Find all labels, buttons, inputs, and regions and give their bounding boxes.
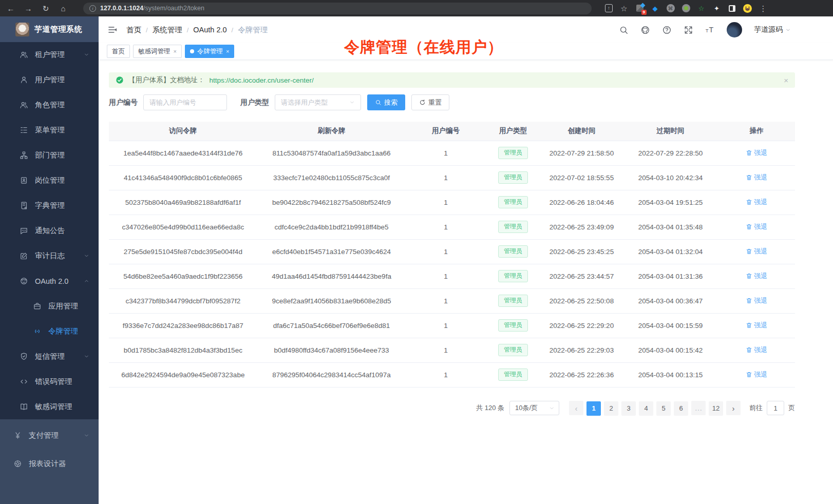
search-icon[interactable] [619, 25, 629, 35]
help-icon[interactable] [662, 25, 672, 35]
extension-record-icon[interactable] [681, 4, 690, 13]
list-tree-icon [20, 126, 28, 134]
extension-gem-icon[interactable]: ◆ [651, 4, 659, 13]
force-logout-button[interactable]: 强退 [746, 247, 767, 256]
reload-icon[interactable]: ↻ [41, 5, 50, 12]
breadcrumb-separator: / [146, 26, 148, 34]
bookmark-star-icon[interactable]: ☆ [619, 5, 629, 12]
page-button-1[interactable]: 1 [586, 401, 601, 416]
user-avatar[interactable] [727, 22, 742, 37]
sidebar-item-label: 审计日志 [35, 251, 65, 261]
sidebar-item-user-management[interactable]: 用户管理 [0, 67, 99, 92]
home-icon[interactable]: ⌂ [59, 5, 68, 12]
fullscreen-icon[interactable] [684, 25, 693, 35]
tab-敏感词管理[interactable]: 敏感词管理× [133, 45, 182, 58]
address-bar[interactable]: i 127.0.0.1:1024/system/oauth2/token [83, 3, 592, 14]
sidebar-item-token-management[interactable]: 令牌管理 [0, 319, 99, 344]
profile-avatar-icon[interactable] [743, 4, 752, 13]
breadcrumb-item[interactable]: OAuth 2.0 [193, 26, 226, 34]
page-size-select[interactable]: 10条/页 [509, 401, 559, 415]
user-id-cell: 1 [406, 190, 485, 215]
force-logout-button[interactable]: 强退 [746, 321, 767, 330]
goto-page-input[interactable] [767, 401, 784, 415]
trash-icon [746, 297, 752, 304]
sidebar-item-dept-management[interactable]: 部门管理 [0, 143, 99, 168]
user-type-select[interactable]: 请选择用户类型 [275, 94, 361, 110]
share-icon[interactable]: ↑ [605, 4, 613, 12]
refresh-token-cell: be90422b8c7946218275a508bf524fc9 [257, 190, 406, 215]
force-logout-button[interactable]: 强退 [746, 198, 767, 207]
sidebar-item-label: 支付管理 [29, 431, 59, 440]
org-tree-icon [20, 151, 28, 160]
sidebar-item-menu-management[interactable]: 菜单管理 [0, 118, 99, 143]
reset-button[interactable]: 重置 [411, 94, 449, 110]
extension-star-icon[interactable]: ☆ [697, 4, 706, 13]
sidebar-item-payment-management[interactable]: 支付管理 [0, 421, 99, 450]
sidebar-item-tenant-management[interactable]: 租户管理 [0, 42, 99, 67]
back-icon[interactable]: ← [6, 5, 15, 12]
next-page-button[interactable]: › [726, 401, 741, 415]
sidebar-item-dict-management[interactable]: 字典管理 [0, 193, 99, 218]
access-token-cell: 1ea5e44f8bc1467aaede43144f31de76 [109, 141, 257, 165]
site-info-icon[interactable]: i [89, 5, 96, 12]
forward-icon[interactable]: → [24, 5, 33, 12]
extension-sidebar-icon[interactable] [728, 4, 736, 13]
trash-icon [746, 273, 752, 279]
sidebar-item-error-code-management[interactable]: 错误码管理 [0, 369, 99, 394]
sidebar-item-app-management[interactable]: 应用管理 [0, 294, 99, 319]
user-type-cell: 管理员 [485, 165, 540, 190]
font-size-icon[interactable] [705, 25, 715, 35]
user-id-input[interactable] [143, 94, 227, 110]
table-row: c347026e805e4d99b0d116eae66eda8ccdfc4ce9… [109, 215, 795, 239]
page-button-6[interactable]: 6 [674, 401, 688, 416]
force-logout-button[interactable]: 强退 [746, 296, 767, 305]
force-logout-button[interactable]: 强退 [746, 173, 767, 182]
user-type-badge: 管理员 [498, 245, 528, 258]
force-logout-button[interactable]: 强退 [746, 345, 767, 355]
sidebar-item-sensitive-word-management[interactable]: 敏感词管理 [0, 394, 99, 419]
user-id-cell: 1 [406, 239, 485, 264]
alert-doc-link[interactable]: https://doc.iocoder.cn/user-center/ [210, 76, 314, 84]
target-icon [13, 459, 22, 468]
tab-令牌管理[interactable]: 令牌管理× [185, 45, 234, 58]
user-name: 芋道源码 [754, 25, 783, 34]
github-icon[interactable] [640, 25, 650, 35]
force-logout-button[interactable]: 强退 [746, 370, 767, 379]
browser-menu-icon[interactable]: ⋮ [759, 5, 768, 12]
filter-bar: 用户编号 用户类型 请选择用户类型 搜索 重置 [109, 94, 795, 110]
main-panel: 令牌管理（在线用户） 首页/系统管理/OAuth 2.0/令牌管理 芋道源码 首… [99, 16, 833, 504]
access-token-cell: 275e5de9151045fe87cbdc395e004f4d [109, 239, 257, 264]
sidebar-item-sms-management[interactable]: 短信管理 [0, 344, 99, 369]
page-button-3[interactable]: 3 [621, 401, 636, 416]
extension-puzzle-icon[interactable]: ✦ [712, 4, 721, 13]
page-button-4[interactable]: 4 [639, 401, 653, 416]
force-logout-button[interactable]: 强退 [746, 272, 767, 281]
app-logo-row[interactable]: 芋道管理系统 [0, 16, 99, 42]
tab-首页[interactable]: 首页 [107, 45, 130, 58]
tab-close-icon[interactable]: × [226, 48, 229, 54]
user-menu[interactable]: 芋道源码 [754, 25, 791, 34]
tab-close-icon[interactable]: × [174, 48, 177, 54]
sidebar-item-notice-announcement[interactable]: 通知公告 [0, 218, 99, 243]
sidebar-item-report-designer[interactable]: 报表设计器 [0, 450, 99, 478]
search-button[interactable]: 搜索 [367, 94, 405, 110]
prev-page-button[interactable]: ‹ [569, 401, 583, 415]
sidebar-collapse-icon[interactable] [107, 25, 118, 35]
alert-close-icon[interactable]: × [784, 76, 788, 85]
page-button-12[interactable]: 12 [709, 401, 723, 416]
user-type-placeholder: 请选择用户类型 [281, 98, 328, 107]
page-button-2[interactable]: 2 [604, 401, 618, 416]
sidebar-item-oauth2[interactable]: OAuth 2.0 [0, 268, 99, 294]
breadcrumb-item[interactable]: 首页 [126, 25, 141, 35]
breadcrumb-item[interactable]: 系统管理 [153, 25, 182, 35]
sidebar-item-audit-log[interactable]: 审计日志 [0, 243, 99, 268]
extension-command-icon[interactable]: ⌘ [666, 4, 675, 13]
sidebar-item-post-management[interactable]: 岗位管理 [0, 168, 99, 193]
force-logout-button[interactable]: 强退 [746, 222, 767, 231]
page-button-5[interactable]: 5 [656, 401, 671, 416]
force-logout-button[interactable]: 强退 [746, 148, 767, 158]
expires-at-cell: 2054-03-04 00:36:47 [623, 288, 718, 313]
extension-blocks-icon[interactable]: 9 [635, 4, 644, 13]
sidebar-menu: 租户管理用户管理角色管理菜单管理部门管理岗位管理字典管理通知公告审计日志OAut… [0, 42, 99, 419]
sidebar-item-role-management[interactable]: 角色管理 [0, 92, 99, 118]
